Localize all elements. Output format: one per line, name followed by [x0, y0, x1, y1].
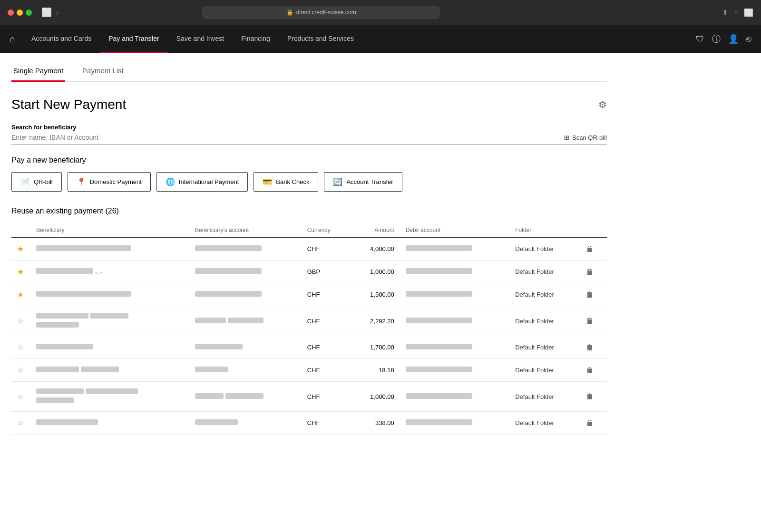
nav-item-save[interactable]: Save and Invest [168, 25, 233, 53]
col-debit: Debit account [400, 223, 510, 238]
forward-icon[interactable]: › [56, 8, 59, 18]
nav-items: Accounts and Cards Pay and Transfer Save… [23, 25, 696, 53]
delete-button[interactable]: 🗑 [586, 366, 594, 375]
international-payment-button[interactable]: 🌐 International Payment [156, 172, 248, 192]
address-bar[interactable]: 🔒 direct.credit-suisse.com [202, 6, 440, 19]
qr-bill-button[interactable]: 📄 QR-bill [11, 172, 62, 192]
user-icon[interactable]: 👤 [728, 34, 739, 44]
amount: 1,500.00 [350, 283, 400, 306]
back-icon[interactable]: ⬜ [41, 7, 52, 18]
logout-icon[interactable]: ⎋ [746, 34, 751, 44]
close-button[interactable] [8, 10, 14, 16]
page-title: Start New Payment [11, 97, 126, 112]
tab-payment-list[interactable]: Payment List [80, 61, 126, 82]
page-heading-row: Start New Payment ⚙ [11, 97, 607, 112]
search-input[interactable] [11, 134, 564, 141]
beneficiary-account [195, 245, 262, 251]
table-row: ☆ CHF 338.00 Default Folder 🗑 [11, 412, 607, 435]
delete-button[interactable]: 🗑 [586, 419, 594, 427]
account-transfer-button[interactable]: 🔄 Account Transfer [324, 172, 402, 192]
debit-account [406, 245, 472, 251]
folder: Default Folder [509, 306, 580, 336]
debit-account [406, 393, 472, 399]
debit-account [406, 367, 472, 372]
search-section: Search for beneficiary ⊞ Scan QR-bill [11, 124, 607, 145]
minimize-button[interactable] [17, 10, 23, 16]
star-icon[interactable]: ☆ [17, 343, 24, 351]
currency: GBP [302, 261, 350, 283]
star-icon[interactable]: ★ [17, 290, 24, 299]
browser-actions: ⬆ + ⬜ [722, 8, 753, 17]
amount: 2,292.20 [350, 306, 400, 336]
delete-button[interactable]: 🗑 [586, 290, 594, 299]
scan-qr-button[interactable]: ⊞ Scan QR-bill [564, 134, 607, 141]
url-text: direct.credit-suisse.com [296, 9, 356, 16]
nav-right: 🛡 ⓘ 👤 ⎋ [696, 33, 751, 45]
shield-nav-icon[interactable]: 🛡 [696, 34, 704, 44]
folder: Default Folder [509, 283, 580, 306]
home-icon[interactable]: ⌂ [10, 34, 15, 45]
beneficiary-account [195, 344, 243, 349]
search-label: Search for beneficiary [11, 124, 607, 131]
delete-button[interactable]: 🗑 [586, 392, 594, 401]
table-row: ☆ CHF 18.18 Default Folder 🗑 [11, 359, 607, 382]
debit-account [406, 268, 472, 274]
debit-account [406, 291, 472, 297]
currency: CHF [302, 238, 350, 261]
beneficiary-name [36, 291, 131, 297]
col-currency: Currency [302, 223, 350, 238]
table-row: ☆ CHF 2,292.20 Default Folder 🗑 [11, 306, 607, 336]
amount: 1,000.00 [350, 382, 400, 412]
beneficiary-account [195, 419, 238, 425]
qr-icon: ⊞ [564, 134, 569, 141]
nav-item-pay[interactable]: Pay and Transfer [100, 25, 168, 53]
nav-item-financing[interactable]: Financing [233, 25, 279, 53]
star-icon[interactable]: ☆ [17, 366, 24, 374]
folder: Default Folder [509, 359, 580, 382]
payment-buttons: 📄 QR-bill 📍 Domestic Payment 🌐 Internati… [11, 172, 607, 192]
settings-icon[interactable]: ⚙ [598, 99, 607, 110]
table-header: Beneficiary Beneficiary's account Curren… [11, 223, 607, 238]
domestic-payment-button[interactable]: 📍 Domestic Payment [68, 172, 151, 192]
domestic-icon: 📍 [77, 177, 86, 186]
payments-table: Beneficiary Beneficiary's account Curren… [11, 223, 607, 435]
table-body: ★ CHF 4,000.00 Default Folder 🗑 ★ -, - G… [11, 238, 607, 435]
help-icon[interactable]: ⓘ [712, 33, 721, 45]
tab-single-payment[interactable]: Single Payment [11, 61, 65, 82]
delete-button[interactable]: 🗑 [586, 317, 594, 325]
folder: Default Folder [509, 412, 580, 435]
nav-item-products[interactable]: Products and Services [279, 25, 362, 53]
folder: Default Folder [509, 336, 580, 359]
maximize-button[interactable] [26, 10, 32, 16]
international-icon: 🌐 [166, 177, 175, 186]
new-tab-icon[interactable]: + [734, 8, 738, 17]
nav-item-accounts[interactable]: Accounts and Cards [23, 25, 100, 53]
table-row: ★ CHF 1,500.00 Default Folder 🗑 [11, 283, 607, 306]
search-row: ⊞ Scan QR-bill [11, 134, 607, 145]
bank-check-button[interactable]: 💳 Bank Check [254, 172, 318, 192]
col-delete [580, 223, 607, 238]
share-icon[interactable]: ⬆ [722, 8, 728, 17]
amount: 18.18 [350, 359, 400, 382]
star-icon[interactable]: ☆ [17, 419, 24, 427]
beneficiary-account [195, 291, 262, 297]
delete-button[interactable]: 🗑 [586, 343, 594, 352]
beneficiary-name [36, 419, 98, 425]
delete-button[interactable]: 🗑 [586, 245, 594, 253]
currency: CHF [302, 336, 350, 359]
delete-button[interactable]: 🗑 [586, 268, 594, 276]
shield-icon: 🔒 [286, 9, 293, 16]
currency: CHF [302, 359, 350, 382]
star-icon[interactable]: ☆ [17, 393, 24, 401]
col-star [11, 223, 30, 238]
star-icon[interactable]: ☆ [17, 317, 24, 325]
star-icon[interactable]: ★ [17, 245, 24, 253]
existing-payments-title: Reuse an existing payment (26) [11, 207, 607, 215]
browser-controls: ⬜ › [41, 7, 59, 18]
traffic-lights [8, 10, 32, 16]
main-content: Single Payment Payment List Start New Pa… [0, 53, 618, 435]
star-icon[interactable]: ★ [17, 268, 24, 276]
beneficiary-account [195, 268, 262, 274]
extensions-icon[interactable]: ⬜ [744, 8, 753, 17]
folder: Default Folder [509, 261, 580, 283]
